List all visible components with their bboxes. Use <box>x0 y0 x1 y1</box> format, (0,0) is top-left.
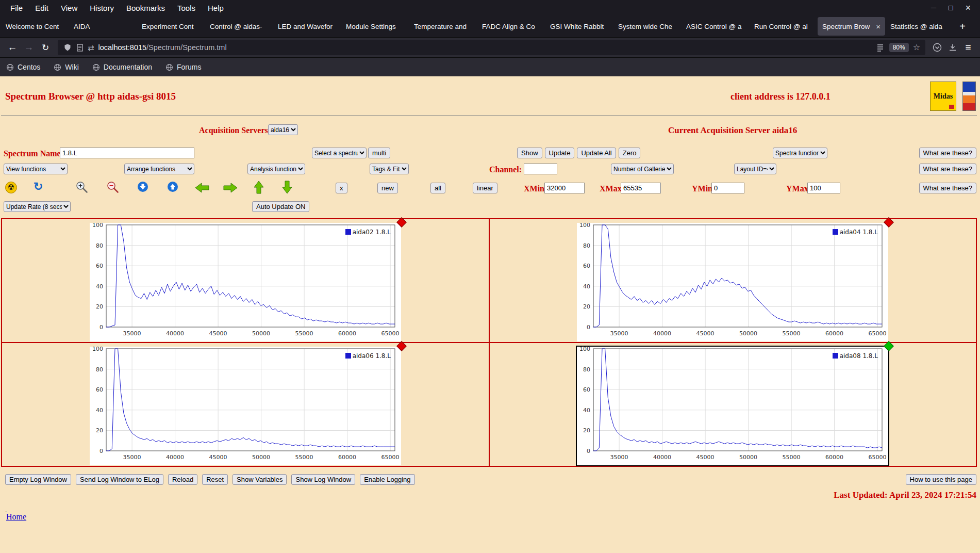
all-button[interactable]: all <box>430 183 445 193</box>
acquisition-server-select[interactable]: aida16 <box>268 124 298 135</box>
scroll-down-icon[interactable] <box>137 181 148 192</box>
spectrum-chart-aida02[interactable]: 3500040000450005000055000600006500002040… <box>90 223 401 341</box>
page-info-icon[interactable] <box>76 44 84 52</box>
analysis-functions-dropdown[interactable]: Analysis functions <box>247 164 305 174</box>
tab-9[interactable]: System wide Che <box>613 17 681 36</box>
ymin-input[interactable] <box>711 183 744 193</box>
tab-3[interactable]: Control @ aidas- <box>205 17 273 36</box>
log-button-2[interactable]: Reload <box>168 474 197 485</box>
svg-text:20: 20 <box>583 303 590 310</box>
close-icon[interactable]: × <box>965 3 971 12</box>
zero-button[interactable]: Zero <box>619 148 641 158</box>
zoom-out-icon[interactable] <box>106 181 120 194</box>
tab-13[interactable]: Statistics @ aida <box>886 17 953 36</box>
auto-update-button[interactable]: Auto Update ON <box>252 201 309 212</box>
bookmark-centos[interactable]: Centos <box>6 63 40 71</box>
reader-view-icon[interactable] <box>876 44 885 52</box>
what-are-these-button-2[interactable]: What are these? <box>919 164 976 174</box>
move-left-icon[interactable] <box>195 183 209 193</box>
scroll-up-icon[interactable] <box>167 181 178 192</box>
tab-7[interactable]: FADC Align & Co <box>477 17 545 36</box>
maximize-icon[interactable]: □ <box>949 4 953 11</box>
tab-close-icon[interactable]: × <box>876 22 881 31</box>
channel-input[interactable] <box>524 164 557 174</box>
arrange-functions-dropdown[interactable]: Arrange functions <box>124 164 194 174</box>
bookmark-wiki[interactable]: Wiki <box>54 63 78 71</box>
spectrum-chart-aida08[interactable]: 3500040000450005000055000600006500002040… <box>577 347 888 465</box>
tab-11[interactable]: Run Control @ ai <box>750 17 817 36</box>
tab-8[interactable]: GSI White Rabbit <box>545 17 613 36</box>
tab-12[interactable]: Spectrum Brow× <box>818 17 885 36</box>
menu-file[interactable]: File <box>4 4 29 12</box>
update-all-button[interactable]: Update All <box>577 148 616 158</box>
number-of-galleries-dropdown[interactable]: Number of Galleries <box>611 164 674 174</box>
home-link[interactable]: Home <box>6 512 26 522</box>
tab-10[interactable]: ASIC Control @ a <box>682 17 749 36</box>
layout-id-dropdown[interactable]: Layout ID=4 <box>734 164 776 174</box>
reload-button[interactable]: ↻ <box>37 42 54 53</box>
new-tab-button[interactable]: + <box>954 17 971 36</box>
linear-button[interactable]: linear <box>473 183 497 193</box>
multi-button[interactable]: multi <box>368 148 390 158</box>
move-right-icon[interactable] <box>223 183 238 193</box>
tab-5[interactable]: Module Settings <box>341 17 409 36</box>
xmax-input[interactable] <box>621 183 661 193</box>
select-spectrum-dropdown[interactable]: Select a spectrum <box>312 148 367 158</box>
swap-arrows-icon[interactable]: ⇄ <box>88 44 94 52</box>
back-button[interactable]: ← <box>4 42 21 53</box>
tags-fits-dropdown[interactable]: Tags & Fits <box>370 164 409 174</box>
menu-edit[interactable]: Edit <box>29 4 55 12</box>
tab-2[interactable]: Experiment Cont <box>137 17 205 36</box>
log-button-1[interactable]: Send Log Window to ELog <box>76 474 163 485</box>
tab-1[interactable]: AIDA <box>69 17 137 36</box>
tab-4[interactable]: LED and Wavefor <box>273 17 341 36</box>
log-button-3[interactable]: Reset <box>202 474 228 485</box>
update-button[interactable]: Update <box>545 148 575 158</box>
what-are-these-button-3[interactable]: What are these? <box>919 183 976 193</box>
refresh-icon[interactable]: ↻ <box>34 181 43 192</box>
log-button-5[interactable]: Show Log Window <box>291 474 355 485</box>
spectrum-name-input[interactable] <box>60 148 194 158</box>
menu-history[interactable]: History <box>84 4 120 12</box>
bookmark-star-icon[interactable]: ☆ <box>913 43 920 52</box>
how-to-use-button[interactable]: How to use this page <box>906 474 976 485</box>
download-icon[interactable] <box>945 43 960 52</box>
menu-icon[interactable]: ≡ <box>960 42 976 53</box>
zoom-level-badge[interactable]: 80% <box>889 43 909 52</box>
menu-bookmarks[interactable]: Bookmarks <box>120 4 171 12</box>
update-rate-dropdown[interactable]: Update Rate (8 secs) <box>4 201 71 212</box>
midas-logo[interactable]: Midas <box>930 82 956 111</box>
facility-logo[interactable] <box>962 82 976 111</box>
spectrum-chart-aida04[interactable]: 3500040000450005000055000600006500002040… <box>577 223 888 341</box>
tab-6[interactable]: Temperature and <box>409 17 477 36</box>
move-up-icon[interactable] <box>254 181 264 194</box>
what-are-these-button-1[interactable]: What are these? <box>919 148 976 158</box>
view-functions-dropdown[interactable]: View functions <box>4 164 68 174</box>
ymax-label: YMax <box>786 184 808 193</box>
minimize-icon[interactable]: ─ <box>931 4 936 11</box>
x-button[interactable]: x <box>336 183 347 193</box>
ymax-input[interactable] <box>807 183 840 193</box>
menu-help[interactable]: Help <box>202 4 230 12</box>
xmin-input[interactable] <box>544 183 585 193</box>
pocket-icon[interactable] <box>929 43 945 52</box>
log-button-4[interactable]: Show Variables <box>232 474 287 485</box>
tab-0[interactable]: Welcome to Cent <box>1 17 69 36</box>
radiation-icon[interactable]: ☢ <box>5 182 17 193</box>
new-button[interactable]: new <box>377 183 398 193</box>
menu-view[interactable]: View <box>55 4 84 12</box>
log-button-6[interactable]: Enable Logging <box>360 474 414 485</box>
svg-text:40: 40 <box>96 407 103 414</box>
spectrum-chart-aida06[interactable]: 3500040000450005000055000600006500002040… <box>90 347 401 465</box>
move-down-icon[interactable] <box>282 181 292 194</box>
spectra-functions-dropdown[interactable]: Spectra functions <box>773 148 827 158</box>
forward-button[interactable]: → <box>21 42 37 53</box>
menu-tools[interactable]: Tools <box>171 4 202 12</box>
log-button-0[interactable]: Empty Log Window <box>5 474 71 485</box>
bookmark-documentation[interactable]: Documentation <box>92 63 152 71</box>
bookmark-forums[interactable]: Forums <box>165 63 201 71</box>
show-button[interactable]: Show <box>517 148 542 158</box>
url-bar[interactable]: ⇄ localhost:8015/Spectrum/Spectrum.tml 8… <box>58 40 925 55</box>
zoom-in-icon[interactable] <box>75 181 89 194</box>
shield-icon[interactable] <box>63 43 72 52</box>
